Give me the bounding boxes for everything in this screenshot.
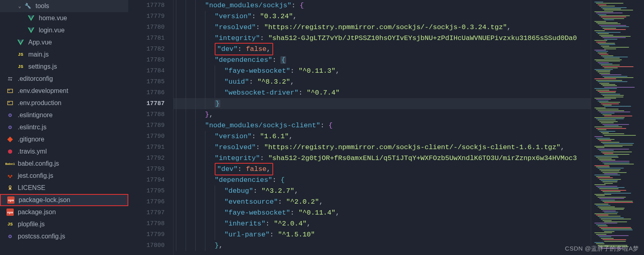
code-line[interactable]: "url-parse": "^1.5.10"	[174, 229, 591, 240]
line-number-gutter[interactable]: 1777817779177801778117782177831778417785…	[128, 0, 174, 255]
code-line[interactable]: "dependencies": {	[174, 175, 591, 185]
file-tree-item-package-lock-json[interactable]: npmpackage-lock.json	[0, 194, 128, 206]
minimap-line	[599, 73, 610, 74]
vue-icon	[27, 15, 35, 22]
line-number[interactable]: 17798	[128, 218, 165, 229]
code-line[interactable]: },	[174, 240, 591, 251]
vue-icon	[17, 39, 24, 46]
file-tree-item--editorconfig[interactable]: .editorconfig	[0, 73, 128, 85]
gear-icon	[6, 233, 14, 240]
minimap-line	[594, 88, 617, 89]
code-line[interactable]: "node_modules/sockjs-client": {	[174, 120, 591, 131]
minimap-line	[601, 103, 619, 104]
code-line[interactable]: "eventsource": "^2.0.2",	[174, 196, 591, 207]
line-number[interactable]: 17791	[128, 142, 165, 153]
svg-point-15	[9, 176, 11, 178]
code-line[interactable]: "dev": false,	[174, 164, 591, 175]
line-number[interactable]: 17779	[128, 11, 165, 22]
file-tree-item-postcss-config-js[interactable]: postcss.config.js	[0, 230, 128, 242]
line-number[interactable]: 17786	[128, 87, 165, 98]
file-tree-item-babel-config-js[interactable]: Babelbabel.config.js	[0, 158, 128, 170]
file-tree-item-main-js[interactable]: JSmain.js	[0, 48, 128, 61]
line-number[interactable]: 17783	[128, 55, 165, 65]
minimap-line	[599, 227, 631, 228]
line-number[interactable]: 17789	[128, 120, 165, 131]
code-line[interactable]: "websocket-driver": "^0.7.4"	[174, 87, 591, 98]
file-tree-item--gitignore[interactable]: .gitignore	[0, 133, 128, 145]
file-label: main.js	[28, 51, 49, 58]
minimap-line	[604, 19, 614, 20]
line-number[interactable]: 17799	[128, 229, 165, 240]
code-line[interactable]: "dependencies": {	[174, 55, 591, 65]
minimap-line	[604, 212, 618, 213]
line-number[interactable]: 17788	[128, 109, 165, 120]
code-line[interactable]: "integrity": "sha512-2g0tjOR+fRs0amxENLi…	[174, 153, 591, 164]
minimap-line	[601, 94, 620, 95]
file-tree-item-login-vue[interactable]: login.vue	[0, 24, 128, 36]
svg-rect-3	[8, 80, 10, 80]
line-number[interactable]: 17800	[128, 240, 165, 251]
code-line[interactable]: "resolved": "https://registry.npmmirror.…	[174, 142, 591, 153]
minimap-line	[601, 17, 626, 17]
code-line[interactable]: "node_modules/sockjs": {	[174, 0, 591, 11]
file-tree-item-tools[interactable]: ⌄🔧tools	[0, 0, 128, 12]
file-tree-item-app-vue[interactable]: App.vue	[0, 36, 128, 48]
line-number[interactable]: 17795	[128, 185, 165, 196]
line-number[interactable]: 17790	[128, 131, 165, 142]
file-tree-item-home-vue[interactable]: home.vue	[0, 12, 128, 24]
minimap-line	[594, 69, 613, 70]
minimap-line	[602, 18, 624, 19]
babel-icon: Babel	[6, 160, 14, 167]
minimap-line	[598, 158, 612, 159]
line-number[interactable]: 17778	[128, 0, 165, 11]
code-line[interactable]: "version": "0.3.24",	[174, 11, 591, 22]
minimap-line	[599, 198, 624, 199]
line-number[interactable]: 17797	[128, 207, 165, 218]
file-tree-item-plopfile-js[interactable]: JSplopfile.js	[0, 218, 128, 230]
minimap-line	[601, 219, 631, 219]
code-line[interactable]: "debug": "^3.2.7",	[174, 185, 591, 196]
code-editor[interactable]: "node_modules/sockjs": {"version": "0.3.…	[174, 0, 591, 255]
minimap-line	[594, 175, 620, 175]
minimap-line	[601, 46, 609, 46]
minimap-line	[596, 42, 606, 42]
minimap-line	[596, 215, 608, 215]
file-tree-item-jest-config-js[interactable]: jest.config.js	[0, 170, 128, 182]
line-number[interactable]: 17792	[128, 153, 165, 164]
file-tree-item-package-json[interactable]: npmpackage.json	[0, 206, 128, 218]
line-number[interactable]: 17782	[128, 44, 165, 55]
code-line[interactable]: "version": "1.6.1",	[174, 131, 591, 142]
line-number[interactable]: 17784	[128, 65, 165, 76]
line-number[interactable]: 17785	[128, 76, 165, 87]
minimap[interactable]	[591, 0, 644, 255]
file-tree-item-license[interactable]: LICENSE	[0, 182, 128, 194]
line-number[interactable]: 17793	[128, 164, 165, 175]
file-tree-item--eslintignore[interactable]: .eslintignore	[0, 109, 128, 121]
line-number[interactable]: 17794	[128, 175, 165, 185]
code-line[interactable]: "inherits": "^2.0.4",	[174, 218, 591, 229]
line-number[interactable]: 17796	[128, 196, 165, 207]
file-label: .gitignore	[18, 136, 44, 143]
js-icon: JS	[17, 51, 24, 58]
code-line[interactable]: },	[174, 109, 591, 120]
file-label: login.vue	[39, 27, 65, 34]
minimap-line	[594, 117, 625, 118]
code-line[interactable]: "integrity": "sha512-GJgLTZ7vYb/JtPSSZ10…	[174, 33, 591, 44]
code-line[interactable]: }	[174, 98, 591, 109]
line-number[interactable]: 17781	[128, 33, 165, 44]
file-tree-item--eslintrc-js[interactable]: .eslintrc.js	[0, 121, 128, 133]
file-tree-item--env-development[interactable]: .env.development	[0, 85, 128, 97]
file-tree-item--travis-yml[interactable]: .travis.yml	[0, 145, 128, 158]
code-line[interactable]: "faye-websocket": "^0.11.4",	[174, 207, 591, 218]
code-line[interactable]: "resolved": "https://registry.npmmirror.…	[174, 22, 591, 33]
file-explorer-sidebar[interactable]: ⌄🔧toolshome.vuelogin.vueApp.vueJSmain.js…	[0, 0, 128, 255]
file-tree-item--env-production[interactable]: .env.production	[0, 97, 128, 109]
code-line[interactable]: "faye-websocket": "^0.11.3",	[174, 65, 591, 76]
code-line[interactable]: "dev": false,	[174, 44, 591, 55]
file-tree-item-settings-js[interactable]: JSsettings.js	[0, 61, 128, 73]
svg-rect-1	[10, 78, 12, 78]
line-number[interactable]: 17787	[128, 98, 165, 109]
minimap-line	[602, 85, 617, 86]
code-line[interactable]: "uuid": "^8.3.2",	[174, 76, 591, 87]
line-number[interactable]: 17780	[128, 22, 165, 33]
